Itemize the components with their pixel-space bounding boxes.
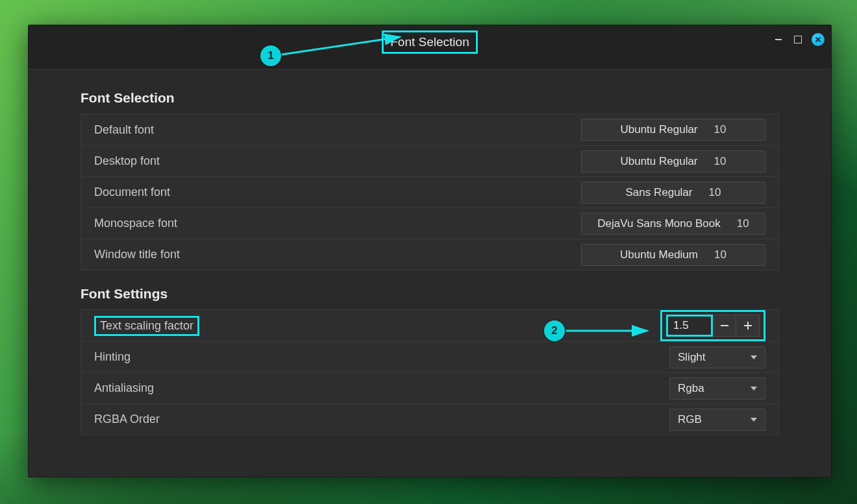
section-font-selection: Default font Ubuntu Regular 10 Desktop f… (81, 114, 779, 270)
chevron-down-icon (751, 418, 757, 422)
text-scaling-input[interactable] (666, 315, 713, 337)
text-scaling-group-highlight (660, 310, 765, 341)
row-rgba-order: RGBA Order RGB (81, 403, 778, 435)
text-scaling-increment[interactable] (736, 315, 760, 337)
row-desktop-font: Desktop font Ubuntu Regular 10 (81, 145, 778, 176)
chevron-down-icon (751, 355, 757, 359)
row-monospace-font: Monospace font DejaVu Sans Mono Book 10 (81, 208, 778, 239)
document-font-button[interactable]: Sans Regular 10 (581, 182, 765, 204)
row-label: Monospace font (94, 217, 581, 230)
row-antialiasing: Antialiasing Rgba (81, 372, 778, 403)
row-label: Text scaling factor (94, 316, 660, 336)
window-title-font-button[interactable]: Ubuntu Medium 10 (581, 244, 765, 266)
text-scaling-label: Text scaling factor (94, 316, 199, 336)
row-label: Document font (94, 186, 581, 199)
font-size: 10 (732, 217, 749, 230)
minimize-button[interactable] (773, 34, 784, 45)
window-controls (773, 33, 825, 46)
dropdown-value: Slight (678, 351, 706, 364)
font-size: 10 (710, 155, 727, 168)
row-text-scaling: Text scaling factor (81, 310, 778, 341)
row-label: Default font (94, 123, 581, 137)
section-font-settings: Text scaling factor Hinting Slight (81, 309, 779, 435)
row-label: Desktop font (94, 154, 581, 168)
monospace-font-button[interactable]: DejaVu Sans Mono Book 10 (581, 213, 765, 235)
callout-badge-2: 2 (544, 320, 565, 341)
section-header-font-selection: Font Selection (81, 90, 779, 106)
font-name: Sans Regular (625, 186, 692, 199)
fonts-window: Font Selection Font Selection Default fo… (28, 25, 832, 477)
row-hinting: Hinting Slight (81, 341, 778, 372)
maximize-button[interactable] (792, 34, 804, 45)
row-window-title-font: Window title font Ubuntu Medium 10 (81, 239, 778, 270)
hinting-dropdown[interactable]: Slight (669, 346, 765, 368)
font-name: Ubuntu Regular (620, 155, 697, 168)
section-header-font-settings: Font Settings (81, 286, 779, 302)
antialiasing-dropdown[interactable]: Rgba (669, 378, 765, 400)
row-label: Window title font (94, 248, 581, 261)
row-document-font: Document font Sans Regular 10 (81, 176, 778, 208)
titlebar: Font Selection (29, 25, 831, 69)
font-size: 10 (710, 123, 727, 136)
row-default-font: Default font Ubuntu Regular 10 (81, 114, 778, 145)
plus-icon (744, 322, 752, 330)
font-name: Ubuntu Medium (620, 248, 698, 261)
font-name: DejaVu Sans Mono Book (597, 217, 720, 230)
row-label: Antialiasing (94, 381, 669, 395)
text-scaling-decrement[interactable] (713, 315, 736, 337)
minus-icon (721, 325, 728, 326)
row-label: Hinting (94, 350, 669, 364)
default-font-button[interactable]: Ubuntu Regular 10 (581, 119, 765, 141)
font-size: 10 (710, 248, 727, 261)
font-name: Ubuntu Regular (620, 123, 697, 136)
content-area: Font Selection Default font Ubuntu Regul… (29, 69, 831, 477)
close-button[interactable] (812, 33, 825, 46)
row-label: RGBA Order (94, 413, 669, 426)
dropdown-value: RGB (678, 413, 702, 426)
desktop-font-button[interactable]: Ubuntu Regular 10 (581, 150, 765, 173)
dropdown-value: Rgba (678, 382, 704, 395)
font-size: 10 (704, 186, 721, 199)
window-title: Font Selection (382, 30, 477, 54)
chevron-down-icon (751, 387, 757, 390)
text-scaling-spinner (666, 315, 760, 337)
rgba-order-dropdown[interactable]: RGB (669, 409, 765, 431)
callout-badge-1: 1 (260, 45, 281, 66)
